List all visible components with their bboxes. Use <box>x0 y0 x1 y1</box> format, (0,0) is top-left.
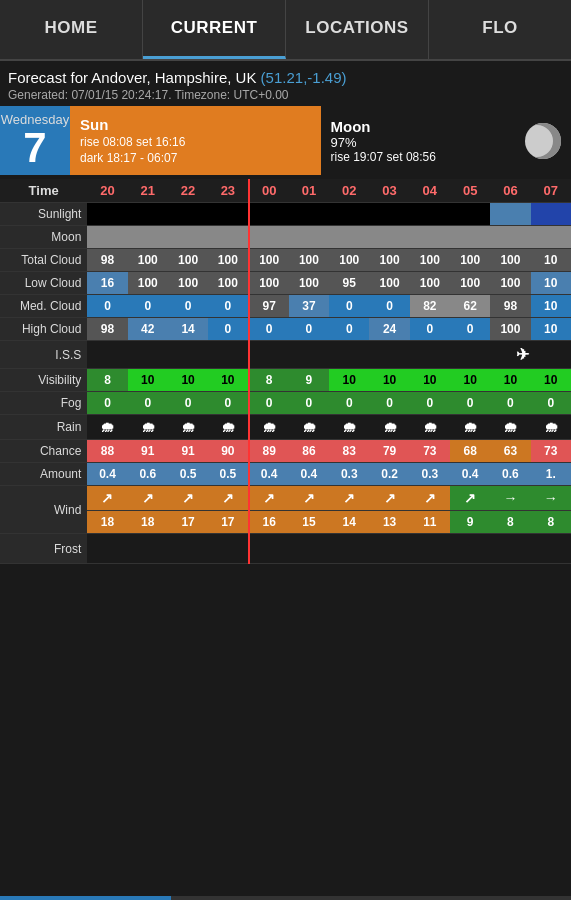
hc-07: 10 <box>531 318 571 341</box>
mc-23: 0 <box>208 295 248 318</box>
sunlight-00 <box>249 203 289 226</box>
moon-20 <box>87 226 127 249</box>
sunlight-22 <box>168 203 208 226</box>
fog-label: Fog <box>0 392 87 415</box>
sunlight-04 <box>410 203 450 226</box>
bottom-bar-fill <box>0 896 171 900</box>
time-02: 02 <box>329 179 369 203</box>
time-04: 04 <box>410 179 450 203</box>
frost-label: Frost <box>0 534 87 564</box>
chance-row: Chance 88 91 91 90 89 86 83 79 73 68 63 … <box>0 440 571 463</box>
sunlight-01 <box>289 203 329 226</box>
moon-00 <box>249 226 289 249</box>
rain-row: Rain 🌧 🌧 🌧 🌧 🌧 🌧 🌧 🌧 🌧 🌧 🌧 🌧 <box>0 415 571 440</box>
nav-locations[interactable]: LOCATIONS <box>286 0 429 59</box>
mc-07: 10 <box>531 295 571 318</box>
iss-icon: ✈ <box>490 341 530 369</box>
lc-06: 100 <box>490 272 530 295</box>
mc-04: 82 <box>410 295 450 318</box>
med-cloud-label: Med. Cloud <box>0 295 87 318</box>
sunlight-20 <box>87 203 127 226</box>
sun-moon-row: Wednesday 7 Sun rise 08:08 set 16:16 dar… <box>0 106 571 179</box>
moon-row: Moon <box>0 226 571 249</box>
nav-flo[interactable]: FLO <box>429 0 571 59</box>
moon-03 <box>369 226 409 249</box>
sunlight-06 <box>490 203 530 226</box>
fog-row: Fog 0 0 0 0 0 0 0 0 0 0 0 0 <box>0 392 571 415</box>
lc-04: 100 <box>410 272 450 295</box>
mc-01: 37 <box>289 295 329 318</box>
moon-07 <box>531 226 571 249</box>
moon-icon <box>525 123 561 159</box>
lc-21: 100 <box>128 272 168 295</box>
tc-03: 100 <box>369 249 409 272</box>
hc-04: 0 <box>410 318 450 341</box>
tc-02: 100 <box>329 249 369 272</box>
weather-grid: Time 20 21 22 23 00 01 02 03 04 05 06 07… <box>0 179 571 564</box>
mc-20: 0 <box>87 295 127 318</box>
nav-current[interactable]: CURRENT <box>143 0 286 59</box>
hc-03: 24 <box>369 318 409 341</box>
low-cloud-row: Low Cloud 16 100 100 100 100 100 95 100 … <box>0 272 571 295</box>
hc-06: 100 <box>490 318 530 341</box>
mc-06: 98 <box>490 295 530 318</box>
sunlight-05 <box>450 203 490 226</box>
time-row: Time 20 21 22 23 00 01 02 03 04 05 06 07 <box>0 179 571 203</box>
lc-05: 100 <box>450 272 490 295</box>
forecast-header: Forecast for Andover, Hampshire, UK (51.… <box>0 61 571 106</box>
time-23: 23 <box>208 179 248 203</box>
tc-05: 100 <box>450 249 490 272</box>
hc-01: 0 <box>289 318 329 341</box>
chance-label: Chance <box>0 440 87 463</box>
moon-04 <box>410 226 450 249</box>
lc-01: 100 <box>289 272 329 295</box>
amount-row: Amount 0.4 0.6 0.5 0.5 0.4 0.4 0.3 0.2 0… <box>0 463 571 486</box>
tc-23: 100 <box>208 249 248 272</box>
time-21: 21 <box>128 179 168 203</box>
hc-21: 42 <box>128 318 168 341</box>
sunlight-21 <box>128 203 168 226</box>
time-label: Time <box>0 179 87 203</box>
total-cloud-label: Total Cloud <box>0 249 87 272</box>
mc-21: 0 <box>128 295 168 318</box>
bottom-progress-bar <box>0 896 571 900</box>
mc-22: 0 <box>168 295 208 318</box>
tc-04: 100 <box>410 249 450 272</box>
tc-20: 98 <box>87 249 127 272</box>
high-cloud-row: High Cloud 98 42 14 0 0 0 0 24 0 0 100 1… <box>0 318 571 341</box>
tc-07: 10 <box>531 249 571 272</box>
sunlight-label: Sunlight <box>0 203 87 226</box>
med-cloud-row: Med. Cloud 0 0 0 0 97 37 0 0 82 62 98 10 <box>0 295 571 318</box>
nav-home[interactable]: HOME <box>0 0 143 59</box>
moon-23 <box>208 226 248 249</box>
moon-21 <box>128 226 168 249</box>
time-03: 03 <box>369 179 409 203</box>
time-06: 06 <box>490 179 530 203</box>
tc-22: 100 <box>168 249 208 272</box>
iss-label: I.S.S <box>0 341 87 369</box>
lc-20: 16 <box>87 272 127 295</box>
moon-cell: Moon 97% rise 19:07 set 08:56 <box>321 106 572 175</box>
amount-label: Amount <box>0 463 87 486</box>
sunlight-03 <box>369 203 409 226</box>
forecast-generated: Generated: 07/01/15 20:24:17. Timezone: … <box>8 88 563 102</box>
visibility-row: Visibility 8 10 10 10 8 9 10 10 10 10 10… <box>0 369 571 392</box>
lc-02: 95 <box>329 272 369 295</box>
mc-03: 0 <box>369 295 409 318</box>
frost-row: Frost <box>0 534 571 564</box>
mc-00: 97 <box>249 295 289 318</box>
lc-23: 100 <box>208 272 248 295</box>
time-01: 01 <box>289 179 329 203</box>
hc-02: 0 <box>329 318 369 341</box>
lc-03: 100 <box>369 272 409 295</box>
time-05: 05 <box>450 179 490 203</box>
hc-23: 0 <box>208 318 248 341</box>
sunlight-02 <box>329 203 369 226</box>
moon-05 <box>450 226 490 249</box>
mc-05: 62 <box>450 295 490 318</box>
lc-00: 100 <box>249 272 289 295</box>
moon-02 <box>329 226 369 249</box>
day-cell: Wednesday 7 <box>0 106 70 175</box>
sunlight-23 <box>208 203 248 226</box>
moon-01 <box>289 226 329 249</box>
